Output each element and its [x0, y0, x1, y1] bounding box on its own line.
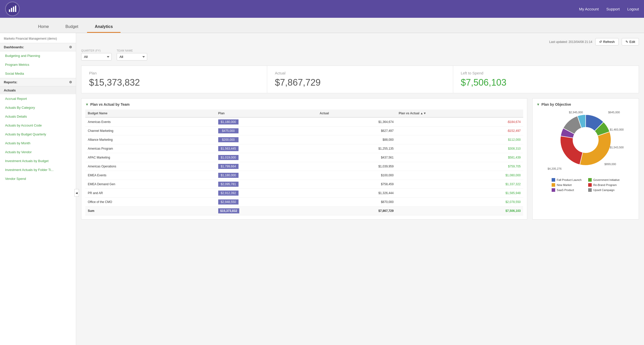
cell-sum-actual: $7,867,729: [317, 207, 396, 215]
cell-actual: $758,459: [317, 180, 396, 189]
table-row: EMEA Demand Gen $2,095,781 $758,459 $1,3…: [85, 180, 523, 189]
col-plan-vs-actual[interactable]: Plan vs Actual ▲▼: [396, 109, 523, 117]
cell-actual: $1,364,674: [317, 117, 396, 127]
legend-dot-5: [588, 188, 592, 192]
cell-actual: $1,326,444: [317, 189, 396, 198]
cell-plan: $1,563,445: [216, 144, 317, 153]
tab-home[interactable]: Home: [30, 21, 57, 33]
kpi-plan-label: Plan: [89, 71, 259, 75]
team-select[interactable]: All: [117, 53, 147, 60]
table-row: Americas Operations $1,799,664 $1,039,95…: [85, 162, 523, 171]
cell-plan: $1,180,000: [216, 171, 317, 180]
cell-budget-name: Office of the CMO: [85, 198, 216, 207]
tab-analytics[interactable]: Analytics: [87, 21, 120, 33]
legend-item-3: Re-Brand Program: [588, 183, 620, 187]
donut-outer-label-2: $1,483,000: [610, 128, 624, 131]
kpi-left-to-spend: Left to Spend $7,506,103: [453, 66, 639, 93]
cell-actual: $100,000: [317, 171, 396, 180]
legend-label-1: Government Initiative: [593, 178, 620, 181]
plan-by-objective-title: ▼ Plan by Objective: [536, 102, 635, 106]
kpi-left-label: Left to Spend: [461, 71, 631, 75]
cell-actual: $437,561: [317, 153, 396, 162]
top-nav-links: My Account Support Logout: [579, 7, 639, 11]
legend-label-5: Upsell Campaign: [593, 189, 615, 192]
sidebar-item-actuals-details[interactable]: Actuals Details: [0, 112, 76, 121]
cell-plan: $2,095,781: [216, 180, 317, 189]
kpi-plan: Plan $15,373,832: [81, 66, 267, 93]
last-updated-text: Last updated: 2013/04/08 21:14: [549, 40, 592, 44]
cell-plan: $2,948,550: [216, 198, 317, 207]
col-plan: Plan: [216, 109, 317, 117]
sidebar-item-actuals-by-category[interactable]: Actuals By Category: [0, 103, 76, 112]
reports-section-header: Reports: ⚙: [0, 78, 76, 86]
cell-budget-name: PR and AR: [85, 189, 216, 198]
filter-icon-1: ▼: [85, 102, 89, 106]
refresh-button[interactable]: ↺ Refresh: [595, 38, 619, 45]
breadcrumb: Marketo Financial Management (demo): [0, 37, 76, 43]
quarter-select[interactable]: All: [81, 53, 112, 60]
plan-vs-actual-card: ▼ Plan vs Actual by Team Budget Name Pla…: [81, 98, 527, 219]
tab-budget[interactable]: Budget: [58, 21, 86, 33]
sidebar-item-actuals-budget-quarterly[interactable]: Actuals by Budget Quarterly: [0, 130, 76, 139]
nav-tabs-bar: Home Budget Analytics: [0, 18, 644, 33]
plan-vs-actual-title: ▼ Plan vs Actual by Team: [85, 102, 523, 106]
kpi-left-value: $7,506,103: [461, 77, 631, 88]
reports-gear-icon[interactable]: ⚙: [69, 80, 72, 84]
dashboards-label: Dashboards:: [4, 45, 24, 49]
cell-actual: $88,000: [317, 135, 396, 144]
logout-link[interactable]: Logout: [627, 7, 639, 11]
cell-sum-diff: $7,506,103: [396, 207, 523, 215]
quarter-label: QUARTER (FY): [81, 49, 112, 52]
donut-legend: Fall Product Launch Government Initiativ…: [552, 178, 620, 192]
legend-item-5: Upsell Campaign: [588, 188, 620, 192]
sidebar-collapse-button[interactable]: ◀: [74, 189, 79, 197]
sidebar-item-vendor-spend[interactable]: Vendor Spend: [0, 174, 76, 183]
support-link[interactable]: Support: [606, 7, 620, 11]
legend-label-3: Re-Brand Program: [593, 183, 617, 186]
svg-rect-2: [13, 7, 14, 12]
svg-rect-1: [11, 8, 12, 12]
refresh-icon: ↺: [599, 40, 602, 44]
cell-plan: $2,912,392: [216, 189, 317, 198]
my-account-link[interactable]: My Account: [579, 7, 599, 11]
kpi-actual: Actual $7,867,729: [267, 66, 453, 93]
cell-budget-name: Americas Events: [85, 117, 216, 127]
cell-actual: $1,255,135: [317, 144, 396, 153]
sidebar-item-budgeting[interactable]: Budgeting and Planning: [0, 51, 76, 60]
cell-diff: $2,078,550: [396, 198, 523, 207]
cell-diff: $581,439: [396, 153, 523, 162]
cell-plan: $1,019,000: [216, 153, 317, 162]
cell-diff: $112,000: [396, 135, 523, 144]
plan-vs-actual-table: Budget Name Plan Actual Plan vs Actual ▲…: [85, 109, 523, 215]
legend-item-2: New Market: [552, 183, 583, 187]
sidebar: Marketo Financial Management (demo) Dash…: [0, 33, 76, 345]
kpi-actual-label: Actual: [275, 71, 445, 75]
quarter-filter-group: QUARTER (FY) All: [81, 49, 112, 60]
team-label: TEAM NAME: [117, 49, 147, 52]
cell-actual: $870,000: [317, 198, 396, 207]
sidebar-item-accrual-report[interactable]: Accrual Report: [0, 94, 76, 103]
svg-rect-0: [9, 9, 10, 12]
plan-by-objective-card: ▼ Plan by Objective $2,945,000$645,000$1…: [532, 98, 639, 219]
dashboards-gear-icon[interactable]: ⚙: [69, 45, 72, 49]
sidebar-item-actuals-account-code[interactable]: Actuals by Account Code: [0, 121, 76, 130]
donut-labels: $2,945,000$645,000$1,483,000$1,543,500$8…: [548, 109, 624, 176]
legend-label-0: Fall Product Launch: [557, 178, 582, 181]
sidebar-item-investment-actuals-budget[interactable]: Investment Actuals by Budget: [0, 156, 76, 165]
cell-diff: $759,705: [396, 162, 523, 171]
cell-diff: $1,337,322: [396, 180, 523, 189]
sidebar-item-investment-actuals-folder[interactable]: Investment Actuals by Folder Ti...: [0, 165, 76, 174]
table-row: EMEA Events $1,180,000 $100,000 $1,080,0…: [85, 171, 523, 180]
content-area: Last updated: 2013/04/08 21:14 ↺ Refresh…: [76, 33, 644, 345]
sidebar-item-actuals-by-vendor[interactable]: Actuals by Vendor: [0, 148, 76, 156]
cell-diff: $308,310: [396, 144, 523, 153]
sidebar-item-actuals-by-month[interactable]: Actuals by Month: [0, 139, 76, 148]
cell-actual: $627,497: [317, 127, 396, 135]
sidebar-item-program-metrics[interactable]: Program Metrics: [0, 60, 76, 69]
logo: [5, 2, 20, 16]
cell-budget-name: Channel Marketing: [85, 127, 216, 135]
table-row: Alliance Marketing $200,000 $88,000 $112…: [85, 135, 523, 144]
edit-button[interactable]: ✎ Edit: [622, 38, 639, 45]
sidebar-item-social-media[interactable]: Social Media: [0, 69, 76, 78]
cell-budget-name: Americas Program: [85, 144, 216, 153]
